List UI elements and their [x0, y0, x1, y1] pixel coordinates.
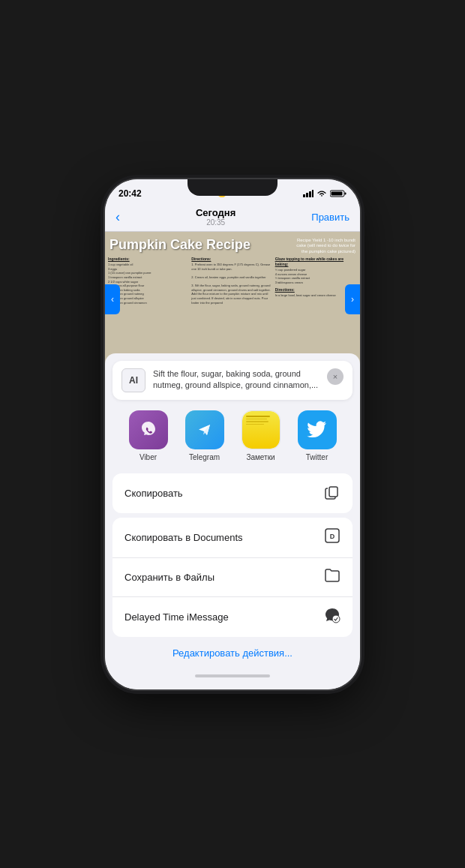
- save-files-action[interactable]: Сохранить в Файлы: [112, 557, 352, 596]
- docs-icon: D: [324, 527, 340, 548]
- app-viber[interactable]: Viber: [129, 410, 168, 461]
- svg-rect-2: [309, 191, 311, 197]
- delayed-imessage-action[interactable]: Delayed Time iMessage: [112, 596, 352, 637]
- svg-text:D: D: [330, 533, 335, 540]
- telegram-icon: [185, 410, 224, 449]
- wifi-icon: [316, 190, 327, 197]
- notes-icon: [242, 410, 280, 449]
- nav-bar: ‹ Сегодня 20:35 Править: [105, 203, 360, 232]
- app-notes[interactable]: Заметки: [242, 410, 280, 461]
- ai-icon: AI: [122, 368, 146, 392]
- nav-center: Сегодня 20:35: [196, 207, 236, 227]
- home-bar: [195, 674, 270, 677]
- ingredients-text: 1 cup vegetable oil3 eggs1 (15 ounce) ca…: [108, 263, 190, 305]
- action-row-2: Скопировать в Documents D Сохранить в Фа…: [112, 518, 352, 637]
- edit-button[interactable]: Править: [311, 212, 350, 223]
- notch: [188, 179, 278, 196]
- nav-title: Сегодня: [196, 207, 236, 218]
- copy-docs-action[interactable]: Скопировать в Documents D: [112, 518, 352, 557]
- svg-rect-6: [331, 191, 342, 195]
- glaze-text: ½ cup powdered sugar4 ounces cream chees…: [275, 268, 357, 284]
- signal-icon: [303, 190, 314, 197]
- recipe-yield: Recipe Yield 1 -10 inch bundt cake (will…: [296, 238, 356, 255]
- status-time: 20:42: [118, 188, 142, 199]
- message-icon: [324, 607, 340, 627]
- svg-rect-7: [329, 487, 338, 497]
- notes-label: Заметки: [246, 453, 274, 461]
- copy-action[interactable]: Скопировать: [112, 473, 352, 513]
- prev-arrow[interactable]: ‹: [105, 284, 120, 314]
- twitter-label: Twitter: [306, 453, 328, 461]
- share-sheet: AI Sift the flour, sugar, baking soda, g…: [105, 353, 360, 689]
- edit-actions-label: Редактировать действия...: [172, 647, 292, 659]
- action-row-1: Скопировать: [112, 473, 352, 513]
- back-button[interactable]: ‹: [116, 209, 120, 225]
- twitter-icon: [298, 410, 337, 449]
- viber-label: Viber: [140, 453, 157, 461]
- ai-preview: AI Sift the flour, sugar, baking soda, g…: [112, 361, 352, 400]
- svg-point-10: [332, 615, 340, 623]
- content-area: Pumpkin Cake Recipe Recipe Yield 1 -10 i…: [105, 232, 360, 689]
- svg-rect-3: [312, 190, 314, 197]
- ai-preview-text: Sift the flour, sugar, baking soda, grou…: [153, 368, 320, 392]
- home-indicator: [105, 668, 360, 683]
- directions-text: 1. Preheat oven to 350 degrees F (175 de…: [191, 263, 273, 305]
- directions-col: Directions: 1. Preheat oven to 350 degre…: [191, 257, 273, 365]
- battery-icon: [330, 190, 346, 197]
- phone-frame: 20:42 🌙: [105, 179, 360, 689]
- copy-docs-label: Скопировать в Documents: [124, 532, 243, 543]
- viber-icon: [129, 410, 168, 449]
- next-arrow[interactable]: ›: [345, 284, 360, 314]
- edit-actions[interactable]: Редактировать действия...: [105, 637, 360, 668]
- ingredients-col: Ingredients: 1 cup vegetable oil3 eggs1 …: [108, 257, 190, 365]
- nav-subtitle: 20:35: [196, 218, 236, 227]
- status-icons: [303, 190, 346, 197]
- save-files-label: Сохранить в Файлы: [124, 572, 214, 583]
- delayed-imessage-label: Delayed Time iMessage: [124, 611, 229, 623]
- copy-icon: [324, 483, 340, 503]
- telegram-label: Telegram: [189, 453, 220, 461]
- svg-rect-1: [306, 193, 308, 197]
- app-twitter[interactable]: Twitter: [298, 410, 337, 461]
- folder-icon: [324, 568, 340, 587]
- close-button[interactable]: ×: [327, 368, 344, 385]
- app-telegram[interactable]: Telegram: [185, 410, 224, 461]
- apps-row: Viber Telegram: [105, 406, 360, 469]
- svg-rect-5: [344, 192, 346, 194]
- recipe-image: Pumpkin Cake Recipe Recipe Yield 1 -10 i…: [105, 232, 360, 367]
- phone-screen: 20:42 🌙: [105, 179, 360, 689]
- copy-label: Скопировать: [124, 488, 183, 499]
- svg-rect-0: [303, 194, 305, 197]
